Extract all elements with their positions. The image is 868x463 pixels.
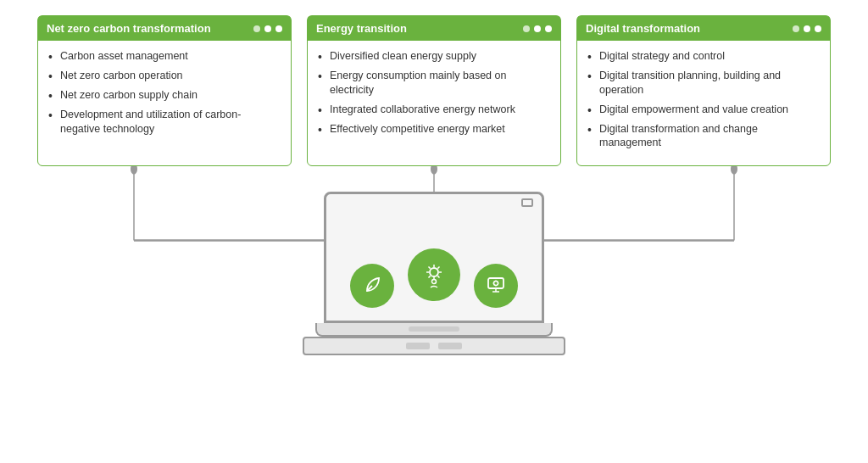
svg-line-16	[437, 276, 439, 278]
leaf-svg	[360, 274, 384, 298]
list-item: Digital transformation and change manage…	[587, 122, 820, 151]
svg-point-1	[131, 166, 137, 175]
card-net-zero-header: Net zero carbon transformation	[38, 16, 291, 41]
list-item: Development and utilization of carbon-ne…	[48, 108, 281, 137]
bottom-button-left	[406, 343, 430, 349]
list-item: Integrated collaborative energy network	[318, 103, 550, 117]
card-energy-dots	[523, 25, 552, 32]
dot-2	[534, 25, 541, 32]
card-energy-title: Energy transition	[316, 22, 407, 35]
laptop-illustration	[298, 192, 570, 378]
sun-person-svg	[419, 259, 449, 290]
dot-1	[253, 25, 260, 32]
base-notch	[409, 326, 459, 332]
svg-point-10	[430, 268, 438, 276]
list-item: Energy consumption mainly based on elect…	[318, 69, 550, 98]
dot-3	[545, 25, 552, 32]
card-digital-dots	[793, 25, 821, 32]
laptop-icons-row	[350, 248, 518, 308]
card-net-zero: Net zero carbon transformation Carbon as…	[37, 15, 292, 166]
sun-person-icon	[408, 248, 460, 301]
card-digital-body: Digital strategy and control Digital tra…	[577, 41, 830, 165]
dot-1	[523, 25, 530, 32]
dot-1	[793, 25, 799, 32]
list-item: Diversified clean energy supply	[318, 49, 550, 64]
svg-point-7	[731, 166, 737, 175]
list-item: Net zero carbon operation	[48, 69, 281, 83]
card-net-zero-title: Net zero carbon transformation	[47, 22, 211, 35]
svg-point-5	[431, 166, 437, 175]
laptop-base	[315, 323, 553, 337]
card-digital: Digital transformation Digital strategy …	[576, 15, 831, 166]
svg-rect-20	[488, 278, 504, 288]
card-net-zero-list: Carbon asset management Net zero carbon …	[48, 49, 281, 136]
svg-line-17	[437, 267, 439, 269]
dot-2	[804, 25, 810, 32]
leaf-icon	[350, 264, 394, 308]
bottom-button-right	[438, 343, 462, 349]
card-net-zero-body: Carbon asset management Net zero carbon …	[38, 41, 291, 151]
card-energy-header: Energy transition	[308, 16, 560, 41]
card-digital-header: Digital transformation	[577, 16, 830, 41]
list-item: Digital empowerment and value creation	[587, 103, 820, 117]
screen-bar	[521, 198, 533, 207]
svg-line-15	[429, 267, 431, 269]
svg-line-18	[429, 276, 431, 278]
main-container: Net zero carbon transformation Carbon as…	[0, 0, 868, 463]
dot-3	[815, 25, 821, 32]
list-item: Digital transition planning, building an…	[587, 69, 820, 98]
dot-2	[264, 25, 271, 32]
list-item: Net zero carbon supply chain	[48, 88, 281, 103]
card-net-zero-dots	[253, 25, 282, 32]
gear-screen-icon	[474, 264, 518, 308]
svg-point-19	[432, 280, 437, 284]
card-digital-list: Digital strategy and control Digital tra…	[587, 49, 820, 150]
gear-screen-svg	[484, 274, 508, 298]
card-energy-body: Diversified clean energy supply Energy c…	[308, 41, 560, 151]
cards-row: Net zero carbon transformation Carbon as…	[0, 0, 868, 166]
dot-3	[275, 25, 282, 32]
svg-point-23	[494, 282, 498, 286]
connector-laptop-area	[0, 166, 868, 463]
list-item: Carbon asset management	[48, 49, 281, 64]
card-energy-list: Diversified clean energy supply Energy c…	[318, 49, 550, 136]
card-digital-title: Digital transformation	[586, 22, 700, 35]
laptop-screen	[324, 192, 544, 323]
list-item: Digital strategy and control	[587, 49, 820, 64]
laptop-bottom	[303, 337, 565, 355]
list-item: Effectively competitive energy market	[318, 122, 550, 137]
card-energy: Energy transition Diversified clean ener…	[307, 15, 561, 166]
